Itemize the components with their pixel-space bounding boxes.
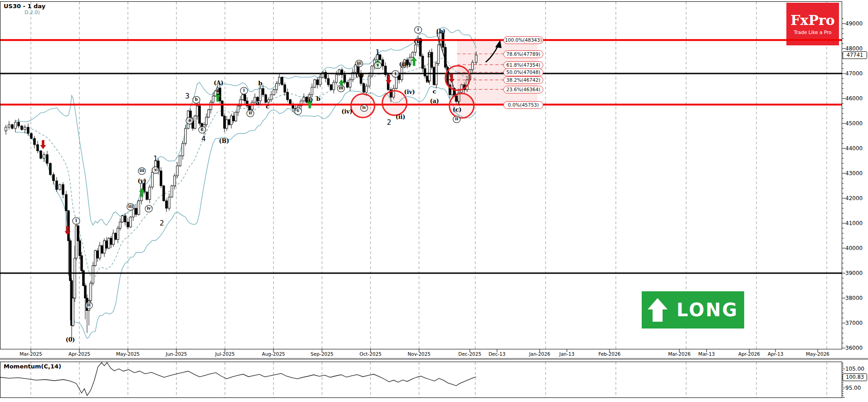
wave-label-a: a xyxy=(426,77,430,84)
date-axis-label: Nov-2025 xyxy=(408,351,431,357)
date-axis-label: Jan-2026 xyxy=(529,351,551,357)
long-signal-badge: LONG xyxy=(642,291,744,328)
resistance-line-over-logo xyxy=(786,39,839,41)
wave-label-i: i xyxy=(240,87,248,94)
symbol-title: US30 - 1 day xyxy=(4,3,45,10)
price-axis-label: 46000 xyxy=(845,95,863,102)
wave-label-i: i xyxy=(414,26,422,34)
momentum-indicator-title: Momentum(C,14) xyxy=(4,363,61,370)
price-axis-label: 40000 xyxy=(845,245,863,251)
date-axis-label: Apr-2025 xyxy=(68,351,90,357)
price-axis-label: 43000 xyxy=(845,170,863,176)
momentum-line xyxy=(0,363,476,396)
fib-level-label[interactable]: 0.0%(45753) xyxy=(503,101,543,109)
fib-level-label[interactable]: 38.2%(46742) xyxy=(503,76,543,84)
price-axis-label: 44000 xyxy=(845,145,863,152)
long-signal-label: LONG xyxy=(677,299,738,320)
fxpro-tagline: Trade Like a Pro xyxy=(794,29,832,35)
momentum-axis-upper: 105.00 xyxy=(845,366,864,372)
wave-label-c: (c) xyxy=(453,106,461,113)
wave-label-iii: (iii) xyxy=(399,61,411,68)
date-axis-label: Mar-2026 xyxy=(668,351,691,357)
wave-label-ii: ii xyxy=(247,110,254,117)
panel-separator xyxy=(0,358,868,360)
price-axis-label: 39000 xyxy=(845,270,863,276)
price-axis-label: 47000 xyxy=(845,70,863,77)
date-axis-label: Dec-2025 xyxy=(458,351,482,357)
wave-label-1: 1 xyxy=(375,49,380,57)
wave-label-iv: iv xyxy=(361,104,368,112)
date-axis-label: Jul-2025 xyxy=(215,351,234,357)
wave-label-2: 2 xyxy=(387,118,391,127)
indicator-label: D,2.0) xyxy=(24,10,40,15)
momentum-axis-lower: 95.00 xyxy=(845,385,861,391)
price-axis-label: 37000 xyxy=(845,320,863,326)
fib-level-label[interactable]: 78.6%(47789) xyxy=(503,50,543,58)
trading-chart-screenshot: US30 - 1 day D,2.0) FxPro Trade Like a P… xyxy=(0,0,868,402)
up-arrow-icon xyxy=(648,298,668,322)
wave-label-c: c xyxy=(433,88,436,95)
date-axis-label: Jun-2025 xyxy=(166,351,187,357)
wave-label-ii: (ii) xyxy=(395,113,405,120)
date-axis-label: Jan-13 xyxy=(559,351,574,357)
wave-label-a: a xyxy=(186,117,194,124)
candles xyxy=(5,31,477,341)
wave-label-i: i xyxy=(294,108,302,115)
price-axis-label: 48000 xyxy=(845,45,863,52)
wave-label-v: v xyxy=(152,167,160,174)
current-price-badge: 47741 xyxy=(843,51,867,59)
date-axis-label: Dec-13 xyxy=(488,351,505,357)
chart-canvas[interactable] xyxy=(0,0,868,402)
wave-label-b: b xyxy=(258,79,262,87)
wave-label-5: 5 xyxy=(216,88,221,97)
wave-label-3: 3 xyxy=(185,92,190,100)
wave-label-i: (i) xyxy=(306,96,313,103)
date-axis-label: Apr-13 xyxy=(768,351,784,357)
momentum-current-value-badge: 100.83 xyxy=(843,373,867,381)
date-axis-label: Apr-2026 xyxy=(738,351,760,357)
fib-level-label[interactable]: 61.8%(47354) xyxy=(503,61,543,69)
date-axis-label: Oct-2025 xyxy=(360,351,382,357)
fib-level-label[interactable]: 50.0%(47048) xyxy=(503,69,543,76)
date-axis-label: Mar-2025 xyxy=(20,351,42,357)
wave-label-c: c xyxy=(199,126,206,133)
fib-level-label[interactable]: 100.0%(48343) xyxy=(503,36,543,44)
wave-label-v: (v) xyxy=(137,177,146,184)
date-axis-label: Aug-2025 xyxy=(262,351,285,357)
price-axis-label: 38000 xyxy=(845,295,863,301)
wave-label-a: a xyxy=(256,99,260,106)
wave-label-4: 4 xyxy=(201,135,206,143)
wave-label-iv: (iv) xyxy=(341,108,352,115)
wave-label-2: 2 xyxy=(160,219,164,227)
wave-label-v: v xyxy=(374,62,382,69)
wave-label-b: b xyxy=(193,96,200,103)
wave-label-b: (b) xyxy=(436,28,446,34)
date-axis-label: May-2026 xyxy=(806,351,829,357)
wave-label-i: i xyxy=(73,217,80,225)
date-axis-label: Sep-2025 xyxy=(311,351,333,357)
price-axis-label: 49000 xyxy=(845,20,863,27)
price-axis-label: 45000 xyxy=(845,120,863,127)
wave-label-1: 1 xyxy=(153,155,158,163)
wave-label-iv: iv xyxy=(145,205,153,212)
price-axis-label: 41000 xyxy=(845,220,863,226)
date-axis-label: Feb-2026 xyxy=(598,351,620,357)
date-axis-label: May-2025 xyxy=(116,351,140,357)
price-axis-label: 36000 xyxy=(845,345,863,351)
fib-level-label[interactable]: 23.6%(46364) xyxy=(503,86,543,93)
wave-label-c: c xyxy=(266,103,269,110)
wave-label-b: b xyxy=(316,95,320,102)
fxpro-brand-text: FxPro xyxy=(790,14,835,27)
wave-label-iv: (iv) xyxy=(404,88,415,95)
price-axis-label: 42000 xyxy=(845,195,863,201)
wave-label-B: (B) xyxy=(219,137,229,144)
wave-label-v: (v) xyxy=(355,72,364,78)
wave-label-ii: ii xyxy=(85,302,93,309)
date-axis-label: Mar-13 xyxy=(698,351,715,357)
wave-label-v: (v) xyxy=(414,38,422,44)
wave-label-ii: ii xyxy=(453,116,461,123)
wave-label-a: (a) xyxy=(430,98,439,104)
wave-label-i: i xyxy=(392,70,400,78)
wave-label-b: b xyxy=(427,51,431,59)
wave-label-0: (0) xyxy=(66,336,75,343)
